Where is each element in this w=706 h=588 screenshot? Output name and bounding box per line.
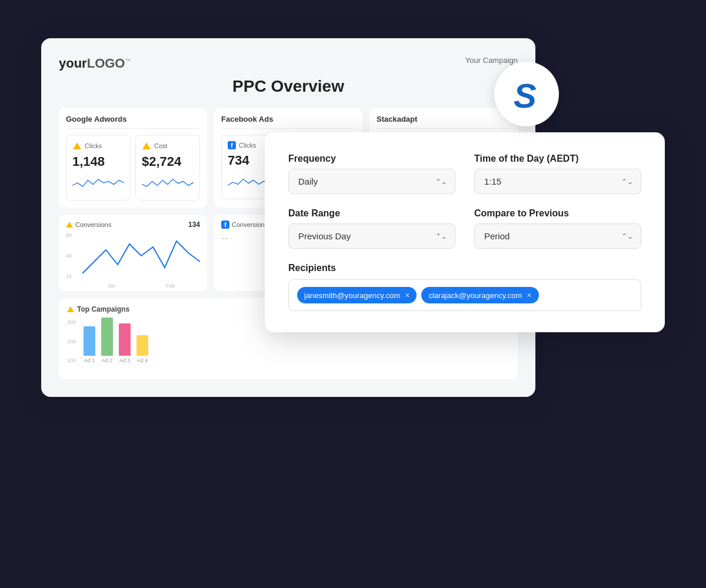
stackadapt-logo-circle: S [494,62,559,126]
compare-select[interactable]: Period Month Year [474,223,641,249]
google-clicks-sparkline [72,174,124,192]
date-range-group: Date Range Previous Day Last 7 Days Last… [288,208,455,249]
google-conv-label: Conversions [75,221,111,228]
facebook-section-title: Facebook Ads [221,115,355,129]
google-conv-linechart [82,232,200,279]
time-label: Time of the Day (AEDT) [474,153,641,164]
frequency-select-wrapper[interactable]: Daily Weekly Monthly ⌃⌄ [288,169,455,194]
google-section-title: Google Adwords [66,115,200,129]
recipient-tag-1[interactable]: janesmith@youragency.com × [297,287,417,303]
recipient-email-1: janesmith@youragency.com [304,291,400,300]
google-section: Google Adwords Clicks 1,148 [59,108,207,208]
compare-label: Compare to Previous [474,208,641,219]
recipients-box[interactable]: janesmith@youragency.com × clarajack@you… [288,279,641,311]
recipient-tag-2[interactable]: clarajack@youragency.com × [421,287,538,303]
frequency-group: Frequency Daily Weekly Monthly ⌃⌄ [288,153,455,194]
stackadapt-section-title: Stackadapt [377,115,511,129]
recipient-remove-2[interactable]: × [527,290,531,300]
bar-ad4-label: Ad 4 [137,358,148,363]
date-range-select[interactable]: Previous Day Last 7 Days Last 30 Days Th… [288,223,455,249]
time-group: Time of the Day (AEDT) 1:15 2:00 6:00 9:… [474,153,641,194]
google-cost-icon [142,141,151,151]
google-metrics: Clicks 1,148 Cost [66,135,200,201]
bar-ad1-bar [84,326,95,356]
bar-ad3-bar [119,323,131,356]
date-range-select-wrapper[interactable]: Previous Day Last 7 Days Last 30 Days Th… [288,223,455,249]
google-cost-card: Cost $2,724 [135,135,200,201]
facebook-clicks-label: Clicks [239,142,256,149]
campaign-label: Your Campaign [465,56,518,65]
facebook-conv-icon: f [221,220,229,229]
bar-ad3-label: Ad 3 [119,358,131,363]
bar-ad1: Ad 1 [84,326,95,363]
logo-sup: ™ [125,58,131,64]
logo: yourLOGO™ [59,56,131,71]
frequency-select[interactable]: Daily Weekly Monthly [288,169,455,194]
google-clicks-value: 1,148 [72,154,124,169]
google-cost-sparkline [142,174,194,192]
compare-select-wrapper[interactable]: Period Month Year ⌃⌄ [474,223,641,249]
time-select[interactable]: 1:15 2:00 6:00 9:00 12:00 [474,169,641,194]
google-conversions-section: Conversions 134 80 40 10 Jan [59,215,207,291]
facebook-conv-label: Conversions [232,221,268,228]
recipient-remove-1[interactable]: × [405,290,409,300]
bar-ad4-bar [136,335,148,356]
google-clicks-card: Clicks 1,148 [66,135,131,201]
google-cost-label: Cost [154,142,168,149]
logo-your: your [59,56,87,71]
google-conv-chart: 80 40 10 Jan Feb [66,232,200,285]
bar-ad3: Ad 3 [119,323,131,363]
google-conv-count: 134 [188,220,200,229]
bar-ad2: Ad 2 [101,318,113,363]
top-campaigns-title: Top Campaigns [77,305,129,313]
recipient-email-2: clarajack@youragency.com [428,291,522,300]
bar-ad4: Ad 4 [136,335,148,363]
page-title: PPC Overview [59,77,518,96]
compare-group: Compare to Previous Period Month Year ⌃⌄ [474,208,641,249]
recipients-label: Recipients [288,263,641,273]
recipients-section: Recipients janesmith@youragency.com × cl… [288,263,641,311]
google-clicks-header: Clicks [72,141,124,151]
google-conv-header: Conversions 134 [66,220,200,229]
settings-card: Frequency Daily Weekly Monthly ⌃⌄ Time o… [265,132,665,332]
facebook-icon: f [228,141,236,149]
bar-ad2-bar [101,318,113,356]
report-header: yourLOGO™ Your Campaign [59,56,518,71]
svg-text:S: S [514,76,537,113]
facebook-conv-title: f Conversions [221,220,268,229]
google-cost-value: $2,724 [142,154,194,169]
logo-logo: LOGO [87,56,125,71]
google-clicks-label: Clicks [85,142,102,149]
date-range-label: Date Range [288,208,455,219]
bar-ad1-label: Ad 1 [84,358,95,363]
google-conv-title: Conversions [66,221,111,228]
settings-grid: Frequency Daily Weekly Monthly ⌃⌄ Time o… [288,153,641,311]
bar-ad2-label: Ad 2 [102,358,113,363]
google-icon [72,141,82,151]
google-cost-header: Cost [142,141,194,151]
stackadapt-s-logo: S [508,75,546,113]
frequency-label: Frequency [288,153,455,164]
time-select-wrapper[interactable]: 1:15 2:00 6:00 9:00 12:00 ⌃⌄ [474,169,641,194]
